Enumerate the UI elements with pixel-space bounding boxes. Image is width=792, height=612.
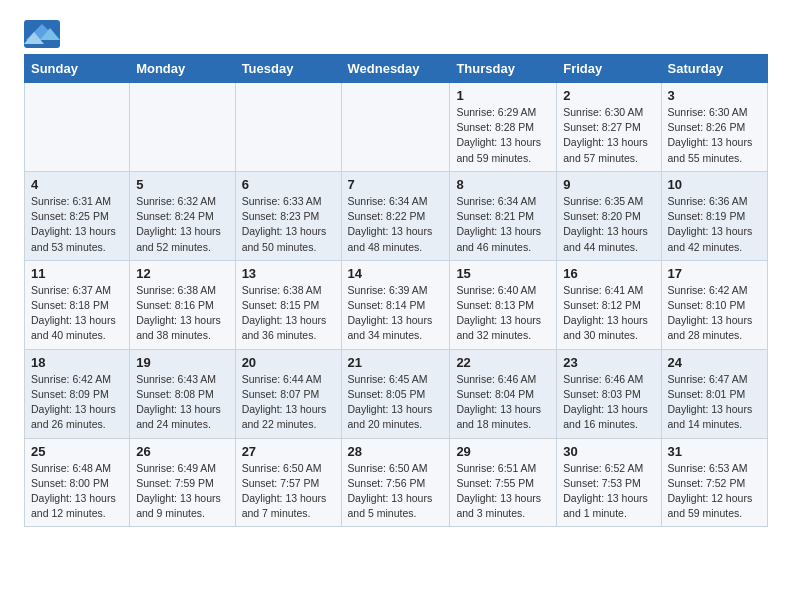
day-info: Sunrise: 6:39 AM Sunset: 8:14 PM Dayligh…: [348, 283, 444, 344]
calendar-cell: 24Sunrise: 6:47 AM Sunset: 8:01 PM Dayli…: [661, 349, 768, 438]
day-number: 17: [668, 266, 762, 281]
header-thursday: Thursday: [450, 55, 557, 83]
calendar-cell: 11Sunrise: 6:37 AM Sunset: 8:18 PM Dayli…: [25, 260, 130, 349]
day-info: Sunrise: 6:45 AM Sunset: 8:05 PM Dayligh…: [348, 372, 444, 433]
calendar-cell: 17Sunrise: 6:42 AM Sunset: 8:10 PM Dayli…: [661, 260, 768, 349]
calendar-cell: 27Sunrise: 6:50 AM Sunset: 7:57 PM Dayli…: [235, 438, 341, 527]
day-number: 9: [563, 177, 654, 192]
day-number: 1: [456, 88, 550, 103]
calendar-week-4: 18Sunrise: 6:42 AM Sunset: 8:09 PM Dayli…: [25, 349, 768, 438]
calendar-cell: 19Sunrise: 6:43 AM Sunset: 8:08 PM Dayli…: [130, 349, 235, 438]
day-info: Sunrise: 6:50 AM Sunset: 7:57 PM Dayligh…: [242, 461, 335, 522]
calendar-cell: 4Sunrise: 6:31 AM Sunset: 8:25 PM Daylig…: [25, 171, 130, 260]
calendar-week-1: 1Sunrise: 6:29 AM Sunset: 8:28 PM Daylig…: [25, 83, 768, 172]
calendar-cell: 9Sunrise: 6:35 AM Sunset: 8:20 PM Daylig…: [557, 171, 661, 260]
calendar-week-3: 11Sunrise: 6:37 AM Sunset: 8:18 PM Dayli…: [25, 260, 768, 349]
header-sunday: Sunday: [25, 55, 130, 83]
day-number: 20: [242, 355, 335, 370]
calendar-cell: [130, 83, 235, 172]
calendar-cell: 28Sunrise: 6:50 AM Sunset: 7:56 PM Dayli…: [341, 438, 450, 527]
day-info: Sunrise: 6:43 AM Sunset: 8:08 PM Dayligh…: [136, 372, 228, 433]
day-number: 6: [242, 177, 335, 192]
day-info: Sunrise: 6:42 AM Sunset: 8:09 PM Dayligh…: [31, 372, 123, 433]
day-info: Sunrise: 6:50 AM Sunset: 7:56 PM Dayligh…: [348, 461, 444, 522]
day-info: Sunrise: 6:49 AM Sunset: 7:59 PM Dayligh…: [136, 461, 228, 522]
calendar-cell: [341, 83, 450, 172]
day-info: Sunrise: 6:51 AM Sunset: 7:55 PM Dayligh…: [456, 461, 550, 522]
calendar-week-2: 4Sunrise: 6:31 AM Sunset: 8:25 PM Daylig…: [25, 171, 768, 260]
calendar-cell: 29Sunrise: 6:51 AM Sunset: 7:55 PM Dayli…: [450, 438, 557, 527]
day-info: Sunrise: 6:38 AM Sunset: 8:15 PM Dayligh…: [242, 283, 335, 344]
day-info: Sunrise: 6:37 AM Sunset: 8:18 PM Dayligh…: [31, 283, 123, 344]
header-friday: Friday: [557, 55, 661, 83]
calendar-cell: 26Sunrise: 6:49 AM Sunset: 7:59 PM Dayli…: [130, 438, 235, 527]
header-monday: Monday: [130, 55, 235, 83]
day-number: 23: [563, 355, 654, 370]
day-info: Sunrise: 6:46 AM Sunset: 8:03 PM Dayligh…: [563, 372, 654, 433]
day-info: Sunrise: 6:42 AM Sunset: 8:10 PM Dayligh…: [668, 283, 762, 344]
day-number: 15: [456, 266, 550, 281]
day-number: 4: [31, 177, 123, 192]
day-info: Sunrise: 6:40 AM Sunset: 8:13 PM Dayligh…: [456, 283, 550, 344]
day-number: 7: [348, 177, 444, 192]
day-number: 11: [31, 266, 123, 281]
calendar-cell: 23Sunrise: 6:46 AM Sunset: 8:03 PM Dayli…: [557, 349, 661, 438]
day-number: 14: [348, 266, 444, 281]
day-number: 22: [456, 355, 550, 370]
day-info: Sunrise: 6:31 AM Sunset: 8:25 PM Dayligh…: [31, 194, 123, 255]
day-info: Sunrise: 6:38 AM Sunset: 8:16 PM Dayligh…: [136, 283, 228, 344]
day-number: 24: [668, 355, 762, 370]
page-header: [24, 20, 768, 48]
calendar-cell: 10Sunrise: 6:36 AM Sunset: 8:19 PM Dayli…: [661, 171, 768, 260]
calendar-cell: 5Sunrise: 6:32 AM Sunset: 8:24 PM Daylig…: [130, 171, 235, 260]
calendar-table: SundayMondayTuesdayWednesdayThursdayFrid…: [24, 54, 768, 527]
day-info: Sunrise: 6:30 AM Sunset: 8:27 PM Dayligh…: [563, 105, 654, 166]
day-number: 26: [136, 444, 228, 459]
calendar-cell: 15Sunrise: 6:40 AM Sunset: 8:13 PM Dayli…: [450, 260, 557, 349]
day-number: 10: [668, 177, 762, 192]
day-info: Sunrise: 6:32 AM Sunset: 8:24 PM Dayligh…: [136, 194, 228, 255]
logo-icon: [24, 20, 60, 48]
day-info: Sunrise: 6:30 AM Sunset: 8:26 PM Dayligh…: [668, 105, 762, 166]
day-info: Sunrise: 6:34 AM Sunset: 8:22 PM Dayligh…: [348, 194, 444, 255]
header-tuesday: Tuesday: [235, 55, 341, 83]
calendar-cell: 12Sunrise: 6:38 AM Sunset: 8:16 PM Dayli…: [130, 260, 235, 349]
calendar-cell: 14Sunrise: 6:39 AM Sunset: 8:14 PM Dayli…: [341, 260, 450, 349]
calendar-cell: 22Sunrise: 6:46 AM Sunset: 8:04 PM Dayli…: [450, 349, 557, 438]
calendar-cell: 30Sunrise: 6:52 AM Sunset: 7:53 PM Dayli…: [557, 438, 661, 527]
day-info: Sunrise: 6:41 AM Sunset: 8:12 PM Dayligh…: [563, 283, 654, 344]
calendar-cell: 6Sunrise: 6:33 AM Sunset: 8:23 PM Daylig…: [235, 171, 341, 260]
day-info: Sunrise: 6:44 AM Sunset: 8:07 PM Dayligh…: [242, 372, 335, 433]
calendar-cell: 25Sunrise: 6:48 AM Sunset: 8:00 PM Dayli…: [25, 438, 130, 527]
calendar-cell: 13Sunrise: 6:38 AM Sunset: 8:15 PM Dayli…: [235, 260, 341, 349]
day-number: 29: [456, 444, 550, 459]
day-number: 8: [456, 177, 550, 192]
day-number: 12: [136, 266, 228, 281]
day-number: 27: [242, 444, 335, 459]
calendar-cell: 31Sunrise: 6:53 AM Sunset: 7:52 PM Dayli…: [661, 438, 768, 527]
day-number: 19: [136, 355, 228, 370]
calendar-cell: 3Sunrise: 6:30 AM Sunset: 8:26 PM Daylig…: [661, 83, 768, 172]
calendar-header-row: SundayMondayTuesdayWednesdayThursdayFrid…: [25, 55, 768, 83]
calendar-cell: [25, 83, 130, 172]
day-info: Sunrise: 6:34 AM Sunset: 8:21 PM Dayligh…: [456, 194, 550, 255]
header-wednesday: Wednesday: [341, 55, 450, 83]
calendar-cell: 21Sunrise: 6:45 AM Sunset: 8:05 PM Dayli…: [341, 349, 450, 438]
calendar-cell: 1Sunrise: 6:29 AM Sunset: 8:28 PM Daylig…: [450, 83, 557, 172]
day-number: 25: [31, 444, 123, 459]
day-number: 3: [668, 88, 762, 103]
day-info: Sunrise: 6:35 AM Sunset: 8:20 PM Dayligh…: [563, 194, 654, 255]
calendar-cell: 16Sunrise: 6:41 AM Sunset: 8:12 PM Dayli…: [557, 260, 661, 349]
day-info: Sunrise: 6:46 AM Sunset: 8:04 PM Dayligh…: [456, 372, 550, 433]
day-number: 5: [136, 177, 228, 192]
day-number: 13: [242, 266, 335, 281]
day-info: Sunrise: 6:52 AM Sunset: 7:53 PM Dayligh…: [563, 461, 654, 522]
day-info: Sunrise: 6:33 AM Sunset: 8:23 PM Dayligh…: [242, 194, 335, 255]
day-info: Sunrise: 6:36 AM Sunset: 8:19 PM Dayligh…: [668, 194, 762, 255]
calendar-cell: 18Sunrise: 6:42 AM Sunset: 8:09 PM Dayli…: [25, 349, 130, 438]
header-saturday: Saturday: [661, 55, 768, 83]
calendar-cell: 8Sunrise: 6:34 AM Sunset: 8:21 PM Daylig…: [450, 171, 557, 260]
calendar-cell: [235, 83, 341, 172]
calendar-cell: 2Sunrise: 6:30 AM Sunset: 8:27 PM Daylig…: [557, 83, 661, 172]
day-info: Sunrise: 6:48 AM Sunset: 8:00 PM Dayligh…: [31, 461, 123, 522]
